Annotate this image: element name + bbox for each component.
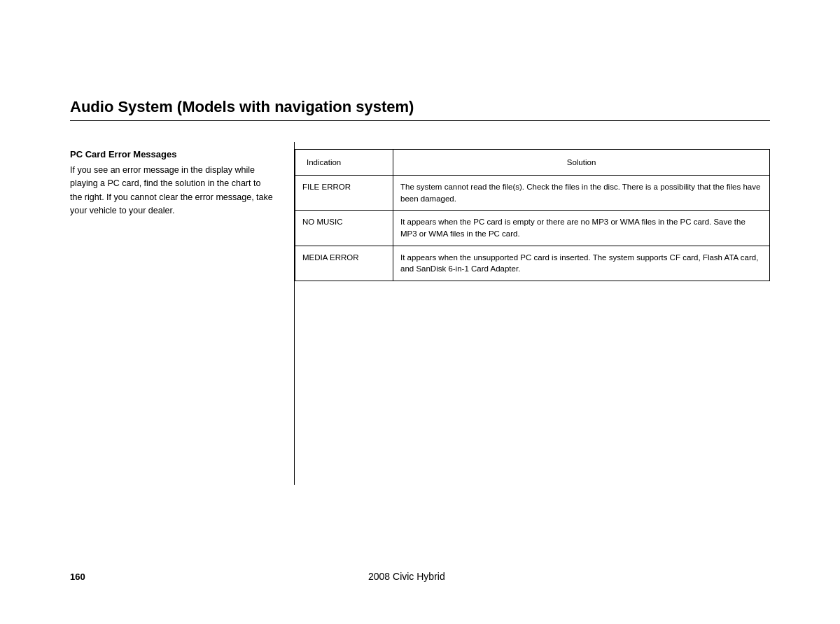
indication-header: Indication	[295, 150, 393, 176]
table-row: FILE ERRORThe system cannot read the fil…	[295, 176, 770, 211]
page-number: 160	[70, 572, 85, 582]
content-area: PC Card Error Messages If you see an err…	[70, 142, 770, 485]
indication-cell: NO MUSIC	[295, 211, 393, 246]
table-row: MEDIA ERRORIt appears when the unsupport…	[295, 246, 770, 281]
right-column: Indication Solution FILE ERRORThe system…	[295, 142, 770, 485]
left-column: PC Card Error Messages If you see an err…	[70, 142, 294, 485]
section-heading: PC Card Error Messages	[70, 149, 273, 159]
table-row: NO MUSICIt appears when the PC card is e…	[295, 211, 770, 246]
section-body: If you see an error message in the displ…	[70, 164, 273, 218]
page-footer: 160 2008 Civic Hybrid	[70, 571, 770, 582]
indication-cell: MEDIA ERROR	[295, 246, 393, 281]
table-header-row: Indication Solution	[295, 150, 770, 176]
page: Audio System (Models with navigation sys…	[0, 0, 840, 624]
header-section: Audio System (Models with navigation sys…	[70, 0, 770, 121]
solution-header: Solution	[393, 150, 770, 176]
solution-cell: The system cannot read the file(s). Chec…	[393, 176, 770, 211]
error-table: Indication Solution FILE ERRORThe system…	[295, 149, 770, 281]
title-rule	[70, 120, 770, 121]
page-title: Audio System (Models with navigation sys…	[70, 98, 770, 116]
solution-cell: It appears when the PC card is empty or …	[393, 211, 770, 246]
solution-cell: It appears when the unsupported PC card …	[393, 246, 770, 281]
indication-cell: FILE ERROR	[295, 176, 393, 211]
footer-title: 2008 Civic Hybrid	[85, 571, 728, 582]
